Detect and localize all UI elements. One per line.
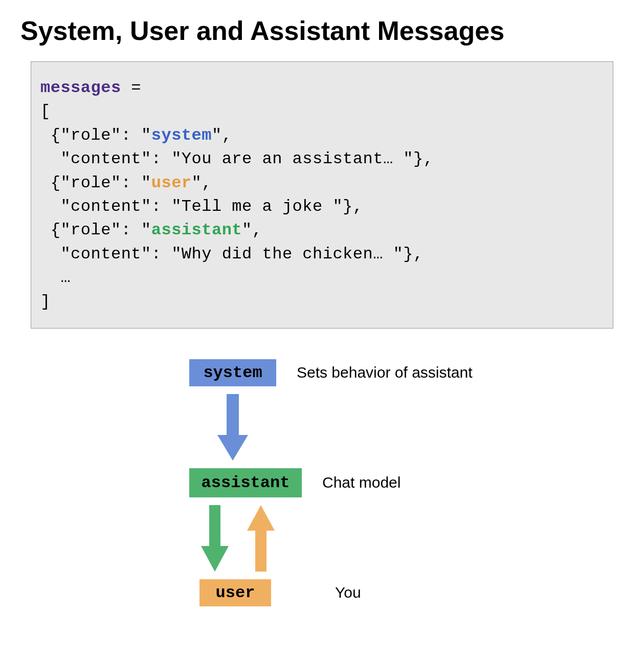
role-user: user [151, 173, 192, 192]
code-varname: messages [40, 78, 121, 97]
user-box: user [199, 579, 271, 606]
role-system: system [151, 126, 212, 145]
row-assistant: assistant Chat model [189, 468, 401, 497]
system-box: system [189, 359, 276, 386]
code-entry-2: {"role": "assistant", [40, 219, 604, 242]
svg-rect-0 [227, 394, 239, 435]
svg-rect-5 [255, 531, 267, 572]
code-entry-0: {"role": "system", [40, 124, 604, 147]
code-block: messages = [ {"role": "system", "content… [31, 61, 613, 329]
row-user: user You [199, 579, 361, 606]
assistant-box: assistant [189, 468, 302, 497]
arrow-assistant-user-pair [197, 505, 279, 572]
role-assistant: assistant [151, 221, 242, 239]
code-entry-1: {"role": "user", [40, 171, 604, 195]
user-desc: You [335, 584, 361, 601]
arrow-up-orange-icon [243, 505, 279, 572]
svg-marker-3 [201, 546, 229, 572]
arrow-down-icon [212, 394, 253, 461]
flow-diagram: system Sets behavior of assistant assist… [189, 359, 624, 606]
system-desc: Sets behavior of assistant [297, 364, 473, 381]
svg-marker-4 [247, 505, 275, 531]
code-close-bracket: ] [40, 290, 604, 314]
code-entry-1-content: "content": "Tell me a joke "}, [40, 195, 604, 219]
page-title: System, User and Assistant Messages [20, 15, 624, 46]
svg-rect-2 [209, 505, 220, 546]
arrow-system-to-assistant [212, 394, 253, 461]
code-open-bracket: [ [40, 100, 604, 123]
code-equals: = [121, 78, 141, 97]
code-entry-2-content: "content": "Why did the chicken… "}, [40, 243, 604, 266]
svg-marker-1 [217, 435, 248, 461]
assistant-desc: Chat model [322, 474, 401, 491]
code-ellipsis: … [40, 266, 604, 290]
arrow-down-green-icon [197, 505, 233, 572]
code-entry-0-content: "content": "You are an assistant… "}, [40, 147, 604, 171]
row-system: system Sets behavior of assistant [189, 359, 473, 386]
